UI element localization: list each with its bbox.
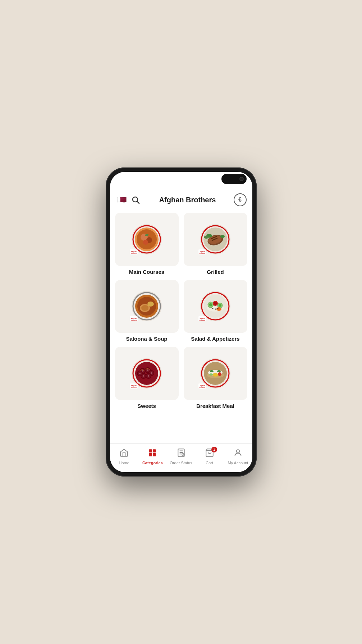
phone-frame: 🇶🇦 Afghan Brothers € [106,167,257,477]
category-card-sweets[interactable]: Afghan Brothers Sweets [115,347,179,409]
category-image-grilled: Afghan Brothers [184,213,247,266]
cart-badge: 1 [211,447,217,452]
svg-point-97 [237,450,240,453]
svg-text:Brothers: Brothers [131,253,137,254]
nav-home-label: Home [119,461,129,465]
nav-cart-label: Cart [206,461,213,465]
svg-point-21 [204,236,209,239]
svg-text:Brothers: Brothers [200,387,206,388]
svg-point-58 [142,370,143,372]
svg-point-84 [212,373,218,377]
svg-point-31 [141,305,148,311]
category-label-grilled: Grilled [207,269,224,275]
svg-point-86 [209,373,213,376]
svg-point-48 [215,309,216,310]
svg-rect-92 [149,453,152,456]
category-card-main-courses[interactable]: Afghan Brothers Main Courses [115,213,179,275]
category-label-saloona: Saloona & Soup [126,336,167,342]
phone-screen: 🇶🇦 Afghan Brothers € [110,172,252,472]
cart-icon: 1 [205,448,214,460]
svg-point-8 [143,240,148,245]
svg-point-85 [218,372,221,376]
svg-point-43 [219,304,221,307]
nav-my-account-label: My Account [228,461,248,465]
app-header: 🇶🇦 Afghan Brothers € [110,190,252,211]
nav-my-account[interactable]: My Account [224,448,252,465]
category-card-breakfast[interactable]: Afghan Brothers Breakfast Meal [184,347,247,409]
category-card-grilled[interactable]: Afghan Brothers Grilled [184,213,247,275]
svg-point-64 [151,372,152,374]
svg-point-61 [147,369,148,371]
svg-line-1 [137,202,139,204]
svg-point-70 [143,375,144,377]
svg-rect-93 [153,453,156,456]
category-label-salad: Salad & Appetizers [191,336,239,342]
my-account-icon [233,448,243,460]
svg-point-83 [217,370,221,372]
food-illustration-grilled: Afghan Brothers [196,221,235,257]
account-icon-label: € [238,197,242,203]
category-image-saloona: Afghan Brothers [115,280,179,333]
nav-categories-label: Categories [142,461,163,465]
bottom-navigation: Home Categories [110,443,252,472]
svg-rect-91 [153,449,156,452]
category-label-sweets: Sweets [137,403,156,409]
nav-order-status-label: Order Status [170,461,192,465]
nav-home[interactable]: Home [110,448,138,465]
home-icon [119,448,129,460]
nav-categories[interactable]: Categories [138,448,167,465]
category-image-sweets: Afghan Brothers [115,347,179,400]
nav-cart[interactable]: 1 Cart [195,448,224,465]
account-button[interactable]: € [234,193,247,206]
search-icon[interactable] [129,194,142,206]
camera-module [221,174,247,184]
app-title: Afghan Brothers [142,196,234,204]
category-image-main-courses: Afghan Brothers [115,213,179,266]
svg-point-47 [212,308,214,309]
category-card-salad[interactable]: Afghan Brothers Salad & Appetizers [184,280,247,342]
svg-point-46 [214,302,217,305]
svg-rect-94 [178,449,184,457]
category-image-salad: Afghan Brothers [184,280,247,333]
svg-point-41 [209,303,212,306]
svg-point-73 [139,373,141,374]
svg-point-44 [216,307,221,311]
food-illustration-salad: Afghan Brothers [196,288,235,324]
svg-point-82 [210,370,214,372]
svg-text:Brothers: Brothers [131,387,137,388]
svg-point-49 [217,308,219,309]
food-illustration-sweets: Afghan Brothers [127,355,166,391]
category-card-saloona[interactable]: Afghan Brothers Saloona & Soup [115,280,179,342]
svg-rect-90 [149,449,152,452]
svg-text:Brothers: Brothers [131,319,137,321]
svg-point-22 [220,235,225,238]
svg-text:Brothers: Brothers [200,253,206,254]
camera-lens [239,177,244,181]
food-illustration-saloona: Afghan Brothers [127,288,166,324]
category-image-breakfast: Afghan Brothers [184,347,247,400]
categories-icon [148,448,157,460]
order-status-icon [177,448,186,460]
flag-icon[interactable]: 🇶🇦 [116,194,128,206]
svg-point-67 [148,375,149,377]
svg-point-32 [147,302,154,307]
food-illustration-breakfast: Afghan Brothers [196,355,235,391]
category-label-breakfast: Breakfast Meal [196,403,234,409]
category-label-main-courses: Main Courses [129,269,164,275]
nav-order-status[interactable]: Order Status [167,448,195,465]
food-illustration-main-courses: Afghan Brothers [127,221,166,257]
categories-grid: Afghan Brothers Main Courses [110,211,252,443]
svg-text:Brothers: Brothers [200,319,206,321]
